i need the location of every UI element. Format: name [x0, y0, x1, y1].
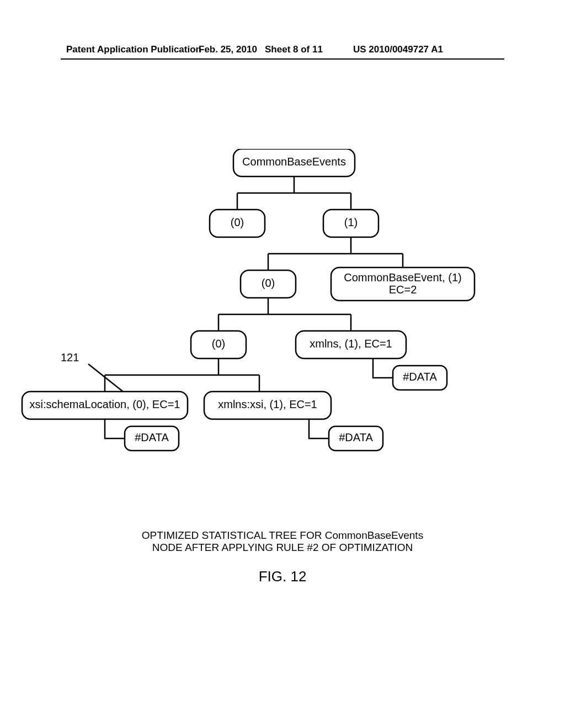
caption-line2: NODE AFTER APPLYING RULE #2 OF OPTIMIZAT… [152, 542, 413, 553]
link [373, 358, 393, 378]
node-l4-right-text: xmlns, (1), EC=1 [310, 338, 392, 350]
header-mid: Feb. 25, 2010 Sheet 8 of 11 [199, 44, 323, 55]
figure-caption: OPTIMIZED STATISTICAL TREE FOR CommonBas… [0, 529, 565, 554]
tree-svg: CommonBaseEvents (0) (1) (0) CommonBaseE… [0, 149, 565, 502]
node-l3-left-text: (0) [262, 277, 275, 289]
node-l3-right-text2: EC=2 [389, 283, 417, 296]
caption-line1: OPTIMIZED STATISTICAL TREE FOR CommonBas… [142, 529, 423, 541]
node-l2-right-text: (1) [344, 216, 358, 228]
header-sheet: Sheet 8 of 11 [265, 44, 323, 55]
node-l5-right-text: xmlns:xsi, (1), EC=1 [218, 398, 317, 410]
annotation-121: 121 [61, 351, 79, 363]
header-date: Feb. 25, 2010 [199, 44, 257, 55]
figure-label: FIG. 12 [0, 568, 565, 585]
node-l4-left-text: (0) [212, 338, 225, 350]
node-data-1-text: #DATA [403, 371, 437, 383]
link [105, 419, 125, 438]
link [309, 419, 329, 438]
node-l5-left-text: xsi:schemaLocation, (0), EC=1 [30, 398, 180, 410]
node-data-2-text: #DATA [135, 431, 169, 443]
node-root-text: CommonBaseEvents [242, 156, 346, 168]
header-rule [61, 58, 504, 60]
node-data-3-text: #DATA [339, 431, 373, 443]
node-l3-right-text1: CommonBaseEvent, (1) [344, 271, 461, 283]
header-right: US 2010/0049727 A1 [353, 44, 443, 55]
header-left: Patent Application Publication [66, 44, 201, 55]
diagram: CommonBaseEvents (0) (1) (0) CommonBaseE… [0, 149, 565, 504]
node-l2-left-text: (0) [231, 216, 244, 228]
